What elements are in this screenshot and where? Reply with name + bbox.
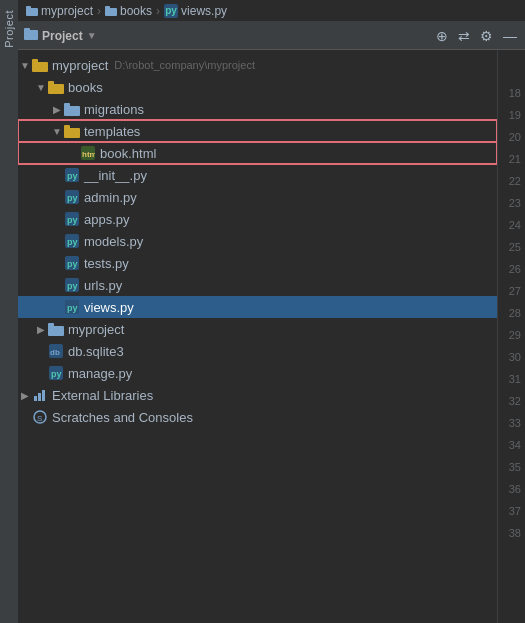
folder-icon <box>32 57 48 73</box>
tree-item-manage[interactable]: pymanage.py <box>18 362 497 384</box>
python-file-icon: py <box>64 167 80 183</box>
sync-icon[interactable]: ⇄ <box>456 26 472 46</box>
tree-item-models[interactable]: pymodels.py <box>18 230 497 252</box>
line-number: 24 <box>509 214 521 236</box>
no-arrow <box>66 146 80 160</box>
tree-item-admin[interactable]: pyadmin.py <box>18 186 497 208</box>
minimize-icon[interactable]: — <box>501 26 519 46</box>
db-file-icon: db <box>48 343 64 359</box>
tree-item-label: manage.py <box>68 366 132 381</box>
collapse-arrow: ▼ <box>18 58 32 72</box>
svg-text:py: py <box>67 171 78 181</box>
no-arrow <box>34 366 48 380</box>
no-arrow <box>50 278 64 292</box>
line-number: 35 <box>509 456 521 478</box>
tree-item-scratches[interactable]: SScratches and Consoles <box>18 406 497 428</box>
svg-text:py: py <box>67 215 78 225</box>
tree-item-init[interactable]: py__init__.py <box>18 164 497 186</box>
tree-item-myproject[interactable]: ▼myprojectD:\robot_company\myproject <box>18 54 497 76</box>
dropdown-arrow[interactable]: ▼ <box>87 30 97 41</box>
line-number: 19 <box>509 104 521 126</box>
project-path: D:\robot_company\myproject <box>114 59 255 71</box>
add-icon[interactable]: ⊕ <box>434 26 450 46</box>
folder-icon <box>48 321 64 337</box>
svg-rect-38 <box>42 390 45 401</box>
tree-item-label: apps.py <box>84 212 130 227</box>
no-arrow <box>50 190 64 204</box>
tree-item-label: models.py <box>84 234 143 249</box>
line-number: 28 <box>509 302 521 324</box>
collapse-arrow: ▼ <box>34 80 48 94</box>
tree-item-label: views.py <box>84 300 134 315</box>
external-libs-icon <box>32 387 48 403</box>
project-side-label[interactable]: Project <box>1 4 17 54</box>
tree-item-label: urls.py <box>84 278 122 293</box>
panel-header: Project ▼ ⊕ ⇄ ⚙ — <box>18 22 525 50</box>
tree-item-apps[interactable]: pyapps.py <box>18 208 497 230</box>
tree-item-label: myproject <box>52 58 108 73</box>
settings-icon[interactable]: ⚙ <box>478 26 495 46</box>
tree-item-db[interactable]: dbdb.sqlite3 <box>18 340 497 362</box>
line-number: 30 <box>509 346 521 368</box>
svg-rect-30 <box>48 326 64 336</box>
python-file-icon: py <box>64 211 80 227</box>
tree-item-label: migrations <box>84 102 144 117</box>
breadcrumb-myproject[interactable]: myproject <box>26 4 93 18</box>
svg-rect-31 <box>48 323 54 327</box>
tree-item-views[interactable]: pyviews.py <box>18 296 497 318</box>
expand-arrow: ▶ <box>34 322 48 336</box>
svg-rect-36 <box>34 396 37 401</box>
line-number: 32 <box>509 390 521 412</box>
svg-text:py: py <box>67 193 78 203</box>
no-arrow <box>50 234 64 248</box>
tree-item-templates[interactable]: ▼templates <box>18 120 497 142</box>
tree-item-label: book.html <box>100 146 156 161</box>
svg-rect-2 <box>105 8 117 16</box>
svg-rect-3 <box>105 6 110 9</box>
python-file-icon: py <box>64 233 80 249</box>
side-panel: Project <box>0 0 18 623</box>
tree-item-label: admin.py <box>84 190 137 205</box>
svg-text:py: py <box>67 303 78 313</box>
project-panel: myproject › books › py views.py Project … <box>18 0 525 623</box>
line-number: 31 <box>509 368 521 390</box>
svg-rect-5 <box>24 28 30 32</box>
breadcrumb-views[interactable]: py views.py <box>164 4 227 18</box>
svg-text:py: py <box>51 369 62 379</box>
python-file-icon: py <box>64 277 80 293</box>
svg-rect-37 <box>38 393 41 401</box>
svg-rect-8 <box>48 84 64 94</box>
tree-item-urls[interactable]: pyurls.py <box>18 274 497 296</box>
svg-text:py: py <box>67 259 78 269</box>
tree-item-ext_libs[interactable]: ▶External Libraries <box>18 384 497 406</box>
svg-rect-6 <box>32 62 48 72</box>
line-number: 38 <box>509 522 521 544</box>
svg-text:S: S <box>37 414 42 423</box>
folder-icon <box>26 6 38 16</box>
tree-item-label: External Libraries <box>52 388 153 403</box>
tree-item-myproject_sub[interactable]: ▶myproject <box>18 318 497 340</box>
breadcrumb-books[interactable]: books <box>105 4 152 18</box>
no-arrow <box>50 256 64 270</box>
no-arrow <box>50 212 64 226</box>
svg-rect-9 <box>48 81 54 85</box>
html-file-icon: html <box>80 145 96 161</box>
breadcrumb-sep-2: › <box>156 4 160 18</box>
tree-item-label: __init__.py <box>84 168 147 183</box>
tree-item-label: templates <box>84 124 140 139</box>
tree-item-label: Scratches and Consoles <box>52 410 193 425</box>
line-number: 23 <box>509 192 521 214</box>
tree-item-books[interactable]: ▼books <box>18 76 497 98</box>
tree-item-migrations[interactable]: ▶migrations <box>18 98 497 120</box>
panel-icon <box>24 28 38 43</box>
tree-item-tests[interactable]: pytests.py <box>18 252 497 274</box>
line-number: 33 <box>509 412 521 434</box>
tree-item-book_html[interactable]: htmlbook.html <box>18 142 497 164</box>
no-arrow <box>34 344 48 358</box>
folder-icon <box>64 101 80 117</box>
line-number: 20 <box>509 126 521 148</box>
line-number: 37 <box>509 500 521 522</box>
expand-arrow: ▶ <box>18 388 32 402</box>
tree-item-label: myproject <box>68 322 124 337</box>
line-number: 36 <box>509 478 521 500</box>
